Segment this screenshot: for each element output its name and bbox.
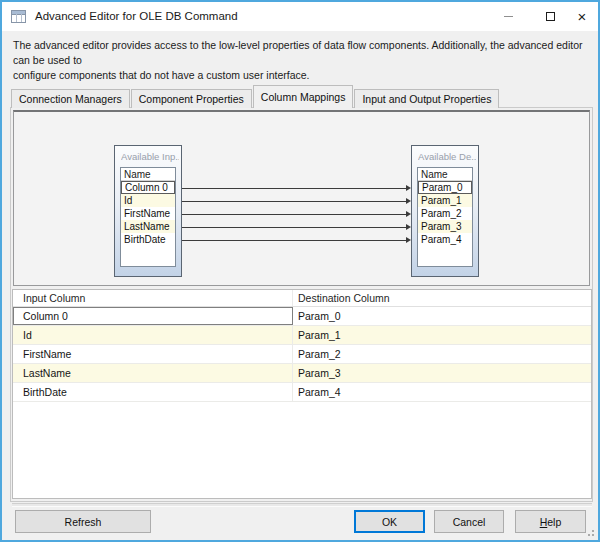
mapping-connection-line[interactable]: [182, 227, 406, 228]
mapping-connection-line[interactable]: [182, 201, 406, 202]
destination-column-cell[interactable]: Param_2: [293, 345, 591, 363]
mapping-connection-line[interactable]: [182, 214, 406, 215]
minimize-icon: [504, 16, 513, 17]
table-row: FirstName Param_2: [13, 345, 591, 364]
table-row: BirthDate Param_4: [13, 383, 591, 402]
ok-button[interactable]: OK: [354, 510, 425, 533]
advanced-editor-icon: [11, 10, 26, 23]
table-header-destination-column: Destination Column: [293, 290, 591, 306]
input-column-cell[interactable]: BirthDate: [13, 383, 293, 401]
input-column-item[interactable]: BirthDate: [121, 233, 175, 246]
table-row: Id Param_1: [13, 326, 591, 345]
refresh-button[interactable]: Refresh: [15, 510, 151, 533]
window-title: Advanced Editor for OLE DB Command: [35, 10, 238, 22]
available-destination-columns-box[interactable]: Available De... Name Param_0 Param_1 Par…: [411, 145, 479, 277]
destination-column-item[interactable]: Param_3: [418, 220, 472, 233]
table-header-input-column: Input Column: [13, 290, 293, 306]
table-row: LastName Param_3: [13, 364, 591, 383]
tab-bar: Connection Managers Component Properties…: [11, 85, 499, 108]
destination-list-name-header: Name: [418, 168, 472, 181]
description-text: The advanced editor provides access to t…: [13, 38, 598, 83]
tab-connection-managers[interactable]: Connection Managers: [11, 89, 130, 108]
input-column-item[interactable]: LastName: [121, 220, 175, 233]
advanced-editor-dialog: Advanced Editor for OLE DB Command × The…: [0, 0, 600, 542]
destination-column-item[interactable]: Param_0: [418, 181, 472, 194]
destination-column-item[interactable]: Param_2: [418, 207, 472, 220]
tab-component-properties[interactable]: Component Properties: [131, 89, 252, 108]
maximize-icon: [546, 12, 555, 21]
maximize-button[interactable]: [534, 2, 566, 31]
destination-column-cell[interactable]: Param_3: [293, 364, 591, 382]
available-input-columns-title: Available Inp...: [121, 151, 179, 162]
input-column-item[interactable]: Id: [121, 194, 175, 207]
input-column-cell[interactable]: Column 0: [13, 307, 293, 325]
button-separator: [12, 503, 592, 507]
table-header-row: Input Column Destination Column: [13, 290, 591, 307]
input-column-cell[interactable]: Id: [13, 326, 293, 344]
input-column-item[interactable]: Column 0: [121, 181, 175, 194]
destination-column-item[interactable]: Param_1: [418, 194, 472, 207]
column-mapping-table: Input Column Destination Column Column 0…: [12, 289, 592, 499]
description-line-1: The advanced editor provides access to t…: [13, 38, 598, 68]
mapping-connection-line[interactable]: [182, 188, 406, 189]
destination-column-cell[interactable]: Param_4: [293, 383, 591, 401]
mapping-canvas: [13, 110, 590, 286]
destination-column-cell[interactable]: Param_1: [293, 326, 591, 344]
minimize-button[interactable]: [492, 2, 524, 31]
titlebar: Advanced Editor for OLE DB Command ×: [2, 2, 598, 31]
destination-column-item[interactable]: Param_4: [418, 233, 472, 246]
table-row: Column 0 Param_0: [13, 307, 591, 326]
close-button[interactable]: ×: [566, 2, 598, 31]
close-icon: ×: [578, 9, 587, 24]
help-button[interactable]: Help: [515, 510, 586, 533]
description-line-2: configure components that do not have a …: [13, 68, 598, 83]
input-column-cell[interactable]: LastName: [13, 364, 293, 382]
tab-column-mappings[interactable]: Column Mappings: [253, 85, 354, 108]
available-destination-columns-title: Available De...: [418, 151, 476, 162]
available-destination-columns-list: Name Param_0 Param_1 Param_2 Param_3 Par…: [417, 167, 473, 267]
cancel-button[interactable]: Cancel: [434, 510, 504, 533]
destination-column-cell[interactable]: Param_0: [293, 307, 591, 325]
input-column-item[interactable]: FirstName: [121, 207, 175, 220]
input-list-name-header: Name: [121, 168, 175, 181]
available-input-columns-list: Name Column 0 Id FirstName LastName Birt…: [120, 167, 176, 267]
resize-grip[interactable]: [585, 527, 595, 537]
tab-input-output-properties[interactable]: Input and Output Properties: [354, 89, 499, 108]
mapping-connection-line[interactable]: [182, 240, 406, 241]
available-input-columns-box[interactable]: Available Inp... Name Column 0 Id FirstN…: [114, 145, 182, 277]
input-column-cell[interactable]: FirstName: [13, 345, 293, 363]
